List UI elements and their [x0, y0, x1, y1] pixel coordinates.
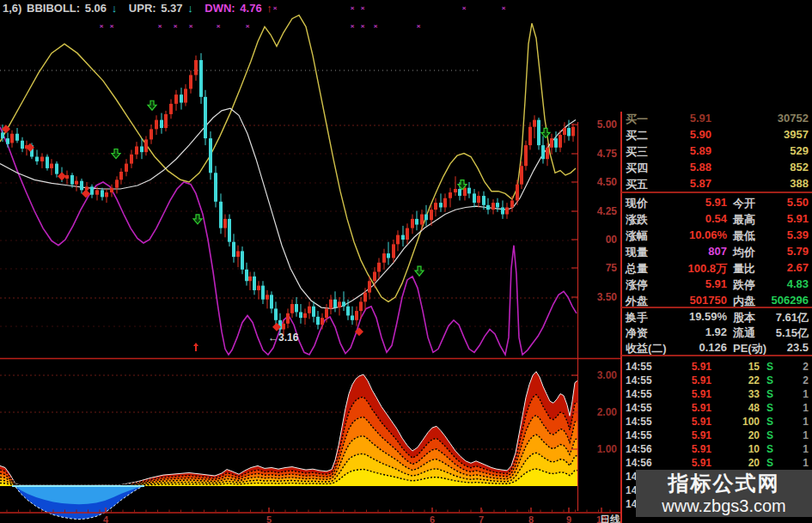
candle-body [110, 188, 113, 192]
bid-price: 5.89 [690, 144, 711, 157]
tick-time: 14:55 [626, 402, 652, 414]
candle-body [101, 190, 104, 197]
tick-row[interactable]: 14:555.9120S1 [621, 429, 812, 443]
candle-body [299, 312, 302, 318]
candle-body [119, 172, 123, 179]
tick-count: 1 [803, 416, 809, 428]
signal-mark-icon: × [246, 22, 250, 30]
quote-label: 涨幅 [626, 228, 648, 244]
tick-volume: 10 [748, 443, 760, 455]
signal-mark-icon: × [174, 22, 178, 30]
candle-body [228, 219, 231, 242]
tick-time: 14:56 [626, 457, 652, 469]
indicator-header: 1,6) BBIBOLL: 5.06 ↓ UPR: 5.37 ↓ DWN: 4.… [3, 2, 274, 15]
tick-direction: S [766, 429, 773, 441]
trading-terminal-window: ×××××××××××××××× 1,6) BBIBOLL: 5.06 ↓ UP… [0, 0, 812, 523]
volume-wave-layer [0, 415, 577, 486]
candle-body [434, 203, 437, 210]
bbiboll-value: 5.06 [85, 2, 107, 15]
period-selector-daily[interactable]: 日线 [600, 513, 620, 523]
quote-value: 501750 [690, 294, 727, 307]
quote-value: 10.06% [689, 228, 727, 241]
quote-label: 总量 [626, 261, 648, 277]
flag-icon [193, 343, 198, 351]
candle-body [286, 313, 290, 324]
candle-body [261, 286, 265, 300]
candle-body [266, 295, 269, 299]
time-axis-label: 5 [259, 514, 278, 523]
price-axis-label: 4.25 [567, 205, 617, 217]
signal-mark-icon: × [351, 22, 355, 30]
bid-price: 5.87 [690, 177, 711, 190]
candle-body [396, 235, 400, 245]
sell-signal-icon [58, 172, 66, 180]
candle-body [257, 286, 260, 290]
candle-body [392, 244, 395, 258]
signal-mark-icon: × [374, 22, 378, 30]
candle-body [510, 200, 514, 207]
signal-mark-icon: × [110, 22, 114, 30]
candle-body [501, 207, 504, 214]
tick-row[interactable]: 14:555.91100S1 [621, 416, 812, 429]
tick-row[interactable]: 14:555.9133S1 [621, 388, 812, 402]
quote-row: 涨幅10.06%最低5.39 [621, 228, 812, 245]
tick-direction: S [766, 416, 773, 428]
tick-direction: S [766, 402, 773, 414]
tick-count: 1 [803, 402, 809, 414]
candle-body [55, 164, 58, 174]
candle-body [232, 242, 235, 257]
tick-row[interactable]: 14:555.9122S2 [621, 374, 812, 388]
candle-body [144, 139, 148, 152]
candle-body [524, 145, 528, 166]
bid-row[interactable]: 买一5.9130752 [621, 112, 812, 128]
candle-body [458, 189, 461, 196]
bid-row[interactable]: 买二5.903957 [621, 128, 812, 144]
quote-label: 最高 [733, 212, 755, 228]
quote-label: 现价 [626, 196, 648, 211]
candle-body [85, 186, 89, 190]
candle-body [189, 75, 192, 88]
sub-axis-label: 1.00 [567, 443, 617, 455]
bid-level-label: 买三 [626, 144, 648, 160]
candle-body [236, 251, 240, 257]
tick-count: 1 [803, 457, 809, 469]
signal-mark-icon: × [417, 22, 421, 30]
quote-value: 5.91 [705, 277, 727, 290]
price-axis-label: 5.00 [567, 119, 617, 131]
quote-value: 0.54 [705, 212, 727, 225]
quote-row: 现价5.91今开5.50 [621, 196, 812, 212]
tick-row[interactable]: 14:565.9110S1 [621, 443, 812, 457]
bbiboll-label: BBIBOLL: [27, 2, 80, 15]
down-arrow-icon: ↓ [112, 2, 118, 15]
candle-body [164, 114, 168, 128]
fundamental-row: 换手19.59%股本7.61亿 [621, 310, 812, 326]
tick-volume: 100 [742, 416, 760, 428]
candle-body [160, 120, 163, 128]
candle-body [70, 175, 74, 185]
signal-mark-icon: × [217, 22, 221, 30]
tick-row[interactable]: 14:555.9148S1 [621, 402, 812, 416]
tick-row[interactable]: 14:555.9115S2 [621, 361, 812, 374]
bid-row[interactable]: 买四5.88852 [621, 161, 812, 177]
quote-value: 5.50 [787, 196, 809, 209]
candle-body [46, 157, 49, 168]
candle-body [377, 263, 381, 272]
candle-body [351, 315, 354, 319]
candle-body [473, 193, 476, 203]
quote-value: 5.79 [787, 245, 809, 258]
candle-body [401, 235, 405, 240]
tick-row[interactable]: 14:565.9120S1 [621, 457, 812, 471]
candle-body [491, 203, 495, 210]
tick-time: 14:55 [626, 429, 652, 441]
candle-body [482, 196, 485, 205]
quote-value: 5.39 [787, 228, 809, 241]
candle-body [467, 188, 471, 194]
indicator-params: 1,6) [3, 2, 21, 15]
bid-row[interactable]: 买三5.89529 [621, 144, 812, 161]
candle-body [1, 132, 4, 138]
candle-body [90, 186, 94, 194]
candle-body [140, 146, 143, 152]
tick-volume: 48 [748, 402, 760, 414]
tick-direction: S [766, 388, 773, 400]
tick-price: 5.91 [692, 374, 711, 386]
